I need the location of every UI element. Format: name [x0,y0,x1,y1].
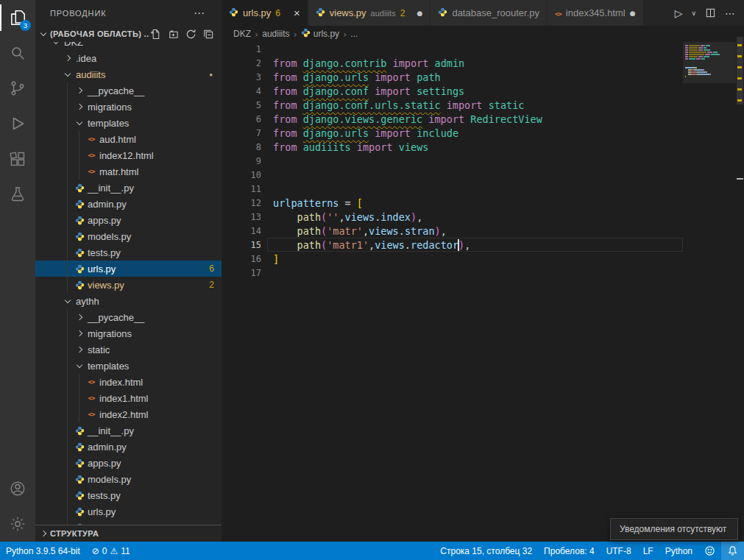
breadcrumb-item-audiiits[interactable]: audiiits [262,29,289,39]
activity-manage[interactable] [0,506,35,542]
status-encoding[interactable]: UTF-8 [600,542,637,560]
tree-item-pycache[interactable]: __pycache__ [35,82,222,99]
close-icon[interactable]: × [294,7,300,19]
code-line-4[interactable]: 4from django.conf import settings [222,84,683,98]
tree-item-init-py[interactable]: __init__.py [35,422,222,439]
new-file-icon[interactable] [149,28,161,40]
activity-accounts[interactable] [0,471,35,506]
modified-dot-icon[interactable]: ● [417,10,423,17]
code-line-13[interactable]: 13 path('',views.index), [222,210,683,224]
status-indentation[interactable]: Пробелов: 4 [538,542,600,560]
code-line-11[interactable]: 11 [222,182,683,196]
tree-item-index-html[interactable]: <>index.html [35,374,222,390]
tree-item-urls-py[interactable]: urls.py6 [35,260,222,277]
code-line-3[interactable]: 3from django.urls import path [222,70,683,84]
status-feedback[interactable] [698,542,721,560]
code-line-5[interactable]: 5from django.conf.urls.static import sta… [222,98,683,112]
modified-dot-icon[interactable]: ● [630,10,636,17]
outline-section-header[interactable]: СТРУКТУРА [35,525,222,542]
activity-source-control[interactable] [0,71,35,106]
tree-item-label: templates [88,361,129,372]
code-line-10[interactable]: 10 [222,168,683,182]
tree-item-index1-html[interactable]: <>index1.html [35,390,222,406]
more-actions-button[interactable]: ⋯ [725,7,735,19]
code-line-14[interactable]: 14 path('matr',views.stran), [222,224,683,238]
chevron-down-icon [74,121,85,124]
tree-item-apps-py[interactable]: apps.py [35,212,222,228]
activity-testing[interactable] [0,177,35,212]
tab-database-roouter-py[interactable]: database_roouter.py [431,0,548,26]
minimap[interactable] [683,42,736,542]
indent-guide [67,131,68,147]
tree-item-idea[interactable]: .idea [35,50,222,66]
run-dropdown-button[interactable]: ∨ [691,10,696,17]
tree-item-models-py[interactable]: models.py [35,228,222,244]
activity-run-and-debug[interactable] [0,106,35,141]
tree-item-aythh[interactable]: aythh [35,293,222,309]
tree-item-tests-py[interactable]: tests.py [35,244,222,260]
breadcrumb-label: ... [350,29,358,39]
tree-item-pycache[interactable]: __pycache__ [35,309,222,325]
code-line-15[interactable]: 15 path('matr1',views.redactor), [222,238,683,252]
code-editor[interactable]: 12from django.contrib import admin3from … [222,42,683,542]
status-eol[interactable]: LF [637,542,659,560]
tree-item-audiiits[interactable]: audiiits● [35,66,222,82]
split-editor-button[interactable] [705,7,716,18]
code-line-8[interactable]: 8from audiiits import views [222,140,683,154]
more-actions-icon[interactable]: ⋯ [194,7,205,20]
html-file-icon: <> [85,152,97,159]
tree-item-views-py[interactable]: views.py2 [35,277,222,293]
status-problems[interactable]: ⊘0⚠11 [86,542,136,560]
code-line-12[interactable]: 12urlpatterns = [ [222,196,683,210]
run-python-file-button[interactable]: ▷ [675,7,683,19]
new-folder-icon[interactable] [167,28,179,40]
tree-item-templates[interactable]: templates [35,358,222,374]
activity-extensions[interactable] [0,141,35,177]
tree-item-static[interactable]: static [35,341,222,358]
overview-ruler [736,35,744,542]
tree-item-init-py[interactable]: __init__.py [35,180,222,196]
status-cursor-position[interactable]: Строка 15, столбец 32 [434,542,538,560]
tab-index345-html[interactable]: <>index345.html● [548,0,644,26]
tree-item-admin-py[interactable]: admin.py [35,439,222,455]
activity-search[interactable] [0,35,35,71]
breadcrumb-item-dkz[interactable]: DKZ [233,29,251,39]
tree-item-migrations[interactable]: migrations [35,99,222,115]
tree-item-aud-html[interactable]: <>aud.html [35,131,222,147]
code-line-16[interactable]: 16] [222,252,683,266]
activity-explorer[interactable]: 3 [0,0,35,35]
status-text: Python [665,546,692,556]
tree-item-matr-html[interactable]: <>matr.html [35,163,222,180]
status-python-interpreter[interactable]: Python 3.9.5 64-bit [0,542,86,560]
status-notifications[interactable] [721,542,744,560]
tree-item-models-py[interactable]: models.py [35,471,222,487]
code-line-6[interactable]: 6from django.views.generic import Redire… [222,112,683,126]
code-line-2[interactable]: 2from django.contrib import admin [222,56,683,70]
tree-item-admin-py[interactable]: admin.py [35,196,222,212]
tree-item-migrations[interactable]: migrations [35,325,222,341]
tree-item-index12-html[interactable]: <>index12.html [35,147,222,163]
scrollbar-slider[interactable] [737,37,743,104]
tree-item-templates[interactable]: templates [35,115,222,131]
tab-urls-py[interactable]: urls.py6× [222,0,308,26]
tree-item-dkz[interactable]: DKZ [35,42,222,50]
breadcrumb-item-[interactable]: ... [350,29,358,39]
collapse-all-icon[interactable] [202,28,214,40]
tab-views-py[interactable]: views.pyaudiiits2● [308,0,431,26]
line-content: from django.contrib import admin [261,57,464,69]
tree-item-urls-py[interactable]: urls.py [35,503,222,520]
code-line-7[interactable]: 7from django.urls import include [222,126,683,140]
tree-item-index2-html[interactable]: <>index2.html [35,406,222,422]
warning-mark [737,99,742,102]
line-number: 17 [222,268,261,278]
tree-item-apps-py[interactable]: apps.py [35,455,222,471]
refresh-icon[interactable] [185,28,196,40]
code-line-9[interactable]: 9 [222,154,683,168]
status-language-mode[interactable]: Python [659,542,698,560]
workspace-section-header[interactable]: (РАБОЧАЯ ОБЛАСТЬ) ... [35,26,222,42]
code-line-17[interactable]: 17 [222,266,683,280]
code-line-1[interactable]: 1 [222,42,683,56]
indent-guide [67,196,68,212]
tree-item-tests-py[interactable]: tests.py [35,487,222,503]
breadcrumb-item-urls-py[interactable]: urls.py [301,28,339,40]
